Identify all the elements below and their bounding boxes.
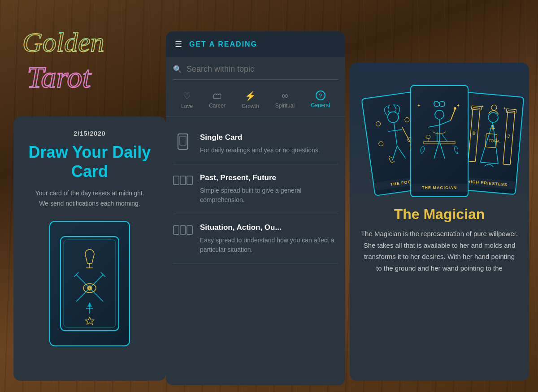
- tab-spiritual[interactable]: ∞ Spiritual: [275, 90, 295, 109]
- svg-text:TORA: TORA: [488, 138, 500, 143]
- svg-rect-26: [187, 226, 192, 234]
- daily-title: Draw Your Daily Card: [24, 142, 155, 181]
- tab-general-label: General: [311, 102, 330, 108]
- reading-item-sao[interactable]: Situation, Action, Ou... Easy spread to …: [173, 214, 338, 264]
- briefcase-icon: 🗃: [213, 90, 222, 101]
- question-icon: ?: [316, 90, 325, 100]
- cards-showcase: THE FOOL: [350, 63, 529, 197]
- magician-art: ✦ ✦: [411, 86, 468, 184]
- magician-card-title: The Magician: [350, 197, 529, 228]
- search-input[interactable]: [187, 65, 338, 74]
- svg-line-53: [490, 128, 495, 128]
- ppf-text: Past, Present, Future Simple spread buil…: [200, 173, 338, 205]
- svg-text:✦: ✦: [417, 103, 421, 108]
- tab-growth[interactable]: ⚡ Growth: [242, 90, 259, 109]
- svg-point-48: [488, 112, 499, 123]
- panel-title: GET A READING: [189, 40, 257, 48]
- magician-card-description: The Magician is the representation of pu…: [350, 228, 529, 274]
- logo-svg: Golden Tarot Golden Tarot: [13, 13, 139, 103]
- svg-line-39: [442, 134, 447, 142]
- magician-label: THE MAGICIAN: [411, 184, 468, 192]
- tarot-card-back[interactable]: [49, 221, 130, 346]
- single-card-icon: [173, 133, 193, 150]
- reading-item-single[interactable]: Single Card For daily readings and yes o…: [173, 124, 338, 164]
- infinity-icon: ∞: [282, 90, 288, 101]
- heart-icon: ♡: [183, 90, 191, 101]
- lightning-icon: ⚡: [245, 90, 256, 101]
- priestess-art: B J TORA: [460, 93, 523, 181]
- svg-text:Tarot: Tarot: [27, 60, 92, 94]
- svg-text:J: J: [507, 134, 510, 138]
- svg-rect-37: [424, 142, 455, 144]
- topic-tabs: ♡ Love 🗃 Career ⚡ Growth ∞ Spiritual ? G…: [166, 87, 345, 117]
- svg-marker-18: [86, 317, 94, 324]
- svg-point-32: [378, 141, 383, 146]
- svg-point-27: [387, 111, 399, 123]
- single-card-title: Single Card: [200, 133, 320, 142]
- magician-panel: THE FOOL: [350, 63, 529, 381]
- daily-subtitle: Your card of the day resets at midnight.…: [35, 188, 144, 208]
- tab-spiritual-label: Spiritual: [275, 103, 295, 109]
- sao-icon: [173, 223, 193, 240]
- search-icon: 🔍: [173, 65, 182, 73]
- reading-list: Single Card For daily readings and yes o…: [166, 117, 345, 271]
- svg-line-35: [451, 109, 455, 121]
- tab-career[interactable]: 🗃 Career: [209, 90, 226, 109]
- svg-text:Golden: Golden: [22, 27, 104, 57]
- tab-general[interactable]: ? General: [311, 90, 330, 109]
- svg-point-14: [89, 287, 91, 289]
- svg-text:✦: ✦: [456, 103, 460, 108]
- svg-text:B: B: [472, 130, 476, 136]
- logo-area: Golden Tarot Golden Tarot: [13, 13, 139, 103]
- tab-career-label: Career: [209, 103, 226, 109]
- reading-item-ppf[interactable]: Past, Present, Future Simple spread buil…: [173, 164, 338, 214]
- svg-rect-22: [180, 176, 186, 185]
- single-card-text: Single Card For daily readings and yes o…: [200, 133, 320, 155]
- reading-panel: ☰ GET A READING 🔍 ♡ Love 🗃 Career ⚡ Grow…: [166, 31, 345, 385]
- single-card-desc: For daily readings and yes or no questio…: [200, 146, 320, 155]
- search-bar: 🔍: [173, 65, 338, 80]
- tab-love[interactable]: ♡ Love: [181, 90, 193, 109]
- date-label: 2/15/2020: [74, 130, 105, 137]
- svg-point-49: [491, 104, 497, 110]
- ppf-desc: Simple spread built to give a general co…: [200, 186, 338, 205]
- svg-rect-23: [187, 176, 192, 185]
- sao-text: Situation, Action, Ou... Easy spread to …: [200, 223, 338, 254]
- sao-title: Situation, Action, Ou...: [200, 223, 338, 232]
- svg-rect-20: [180, 136, 186, 145]
- svg-text:✦: ✦: [481, 104, 484, 108]
- daily-card-panel: 2/15/2020 Draw Your Daily Card Your card…: [13, 116, 166, 381]
- svg-point-31: [404, 117, 409, 122]
- svg-point-34: [435, 110, 444, 119]
- ppf-title: Past, Present, Future: [200, 173, 338, 182]
- svg-text:✦: ✦: [503, 106, 507, 111]
- svg-rect-25: [180, 226, 186, 234]
- ppf-icon: [173, 173, 193, 190]
- menu-icon[interactable]: ☰: [175, 39, 182, 49]
- svg-rect-21: [174, 176, 179, 185]
- svg-point-30: [376, 121, 381, 126]
- tab-growth-label: Growth: [242, 103, 259, 109]
- svg-marker-16: [88, 303, 91, 306]
- magician-card[interactable]: ✦ ✦ THE MAGICIAN: [410, 85, 469, 197]
- card-back-art: [58, 234, 121, 333]
- sao-desc: Easy spread to understand how you can af…: [200, 236, 338, 254]
- panel-header: ☰ GET A READING: [166, 31, 345, 57]
- tab-love-label: Love: [181, 103, 193, 109]
- svg-rect-24: [174, 226, 179, 234]
